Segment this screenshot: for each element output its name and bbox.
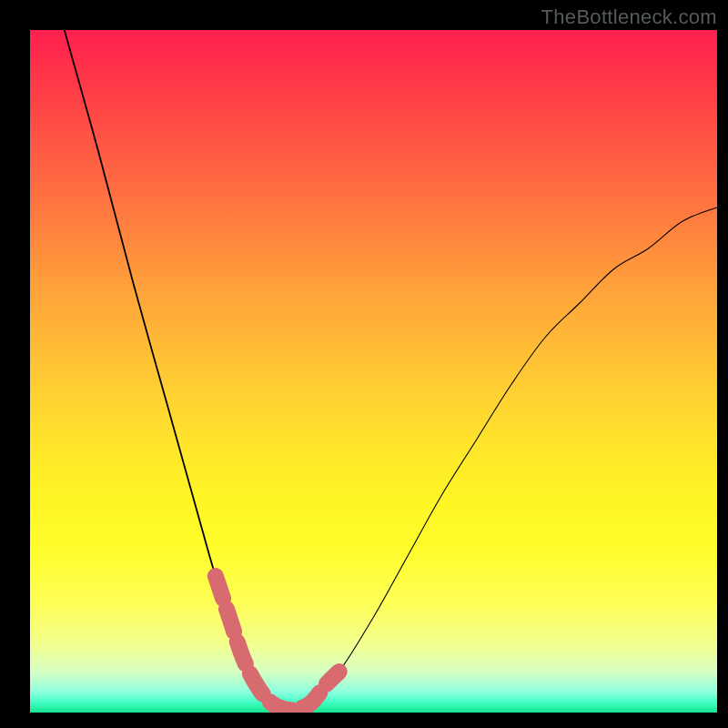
curve-optimal-thick bbox=[216, 576, 339, 710]
plot-area bbox=[30, 30, 717, 713]
curve-left-thin bbox=[65, 30, 285, 709]
curve-svg bbox=[30, 30, 717, 713]
curve-right-thin bbox=[284, 207, 717, 710]
watermark-text: TheBottleneck.com bbox=[541, 5, 717, 29]
chart-frame: TheBottleneck.com bbox=[0, 0, 728, 728]
